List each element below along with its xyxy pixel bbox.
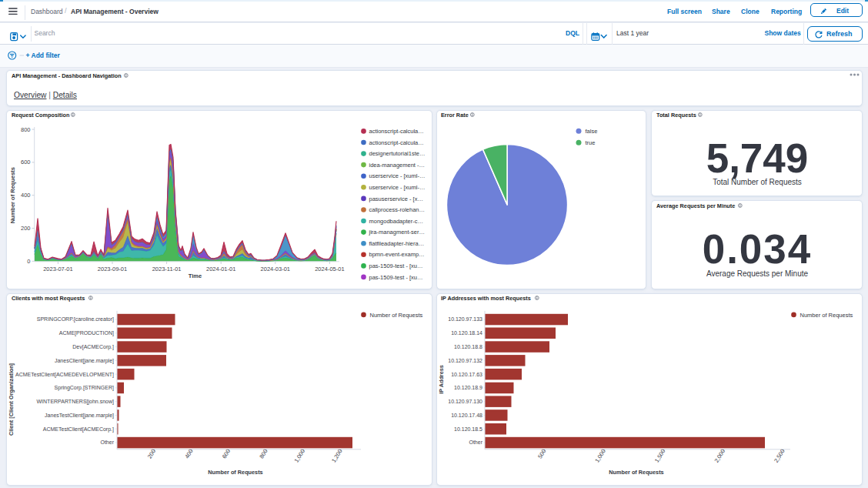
- svg-text:Number of Requests: Number of Requests: [800, 311, 853, 318]
- svg-text:2024-05-01: 2024-05-01: [315, 265, 344, 272]
- svg-text:10.120.18.8: 10.120.18.8: [454, 344, 482, 349]
- svg-text:userservice - [xuml-…: userservice - [xuml-…: [369, 172, 426, 179]
- svg-text:400: 400: [21, 192, 31, 199]
- svg-text:10.120.18.5: 10.120.18.5: [454, 426, 482, 431]
- svg-text:2,500: 2,500: [773, 447, 786, 463]
- svg-text:mongodbadapter-c…: mongodbadapter-c…: [369, 217, 423, 224]
- svg-text:1,000: 1,000: [293, 447, 307, 463]
- svg-text:1,500: 1,500: [653, 447, 666, 463]
- svg-text:Number of Requests: Number of Requests: [9, 167, 16, 223]
- svg-text:true: true: [585, 139, 595, 145]
- svg-text:800: 800: [21, 125, 31, 132]
- svg-text:2,000: 2,000: [713, 447, 726, 463]
- svg-text:Other: Other: [469, 440, 482, 445]
- svg-text:ACMETestClient[ACMEDEVELOPMENT: ACMETestClient[ACMEDEVELOPMENT]: [15, 371, 114, 377]
- svg-text:10.120.97.133: 10.120.97.133: [448, 316, 482, 322]
- svg-text:false: false: [585, 127, 597, 134]
- svg-text:JanesClient[jane.marple]: JanesClient[jane.marple]: [55, 357, 114, 363]
- svg-text:bpmn-event-examp…: bpmn-event-examp…: [369, 251, 425, 258]
- svg-text:actionscript-calcula…: actionscript-calcula…: [369, 139, 424, 145]
- svg-text:2023-07-01: 2023-07-01: [43, 265, 72, 272]
- svg-text:flatfileadapter-hiera…: flatfileadapter-hiera…: [369, 239, 425, 246]
- svg-text:Dev[ACMECorp.]: Dev[ACMECorp.]: [72, 344, 114, 350]
- svg-text:10.120.18.14: 10.120.18.14: [451, 330, 482, 336]
- svg-text:API Management - Dashboard Nav: API Management - Dashboard Navigation: [12, 72, 122, 79]
- svg-text:callprocess-rolehan…: callprocess-rolehan…: [369, 206, 426, 213]
- svg-text:Average Requests per Minute: Average Requests per Minute: [656, 202, 735, 209]
- svg-text:0: 0: [27, 257, 30, 264]
- svg-text:ACME[PRODUCTION]: ACME[PRODUCTION]: [59, 330, 114, 336]
- svg-text:10.120.97.132: 10.120.97.132: [448, 357, 482, 363]
- svg-text:10.120.17.63: 10.120.17.63: [451, 371, 482, 376]
- svg-text:1,000: 1,000: [593, 447, 607, 463]
- svg-text:10.120.18.9: 10.120.18.9: [454, 385, 482, 390]
- svg-text:2023-09-01: 2023-09-01: [98, 265, 127, 272]
- svg-text:1,200: 1,200: [330, 447, 344, 463]
- svg-text:2023-11-01: 2023-11-01: [152, 265, 182, 272]
- svg-text:actionscript-calcula…: actionscript-calcula…: [369, 128, 424, 135]
- svg-text:ACMETestClient[ACMECorp.]: ACMETestClient[ACMECorp.]: [43, 426, 114, 432]
- svg-text:userservice - [xuml-…: userservice - [xuml-…: [369, 183, 426, 190]
- svg-text:Number of Requests: Number of Requests: [370, 311, 423, 318]
- svg-text:Client [Client Organization]: Client [Client Organization]: [8, 363, 15, 436]
- svg-text:10.120.17.48: 10.120.17.48: [451, 412, 482, 417]
- svg-text:WINTERPARTNERS[john.snow]: WINTERPARTNERS[john.snow]: [37, 399, 115, 405]
- svg-text:JanesTestClient[jane.marple]: JanesTestClient[jane.marple]: [45, 412, 114, 418]
- svg-text:Other: Other: [100, 440, 114, 445]
- svg-text:pas-1509-test - [xu…: pas-1509-test - [xu…: [369, 262, 423, 269]
- svg-text:jira-managment-ser…: jira-managment-ser…: [369, 229, 426, 236]
- svg-text:designertutorial1ste…: designertutorial1ste…: [369, 150, 426, 157]
- svg-text:200: 200: [21, 225, 31, 232]
- svg-text:pasuserservice - [x…: pasuserservice - [x…: [369, 195, 423, 202]
- svg-text:IP Address: IP Address: [438, 365, 445, 394]
- svg-text:pas-1509-test - [xu…: pas-1509-test - [xu…: [369, 273, 423, 280]
- svg-text:Total Requests: Total Requests: [656, 112, 696, 119]
- svg-text:2024-03-01: 2024-03-01: [261, 265, 290, 272]
- svg-text:10.120.97.130: 10.120.97.130: [448, 399, 482, 404]
- svg-text:2024-01-01: 2024-01-01: [206, 265, 235, 272]
- svg-text:SpringCorp.[STRINGER]: SpringCorp.[STRINGER]: [55, 385, 114, 391]
- svg-text:Time: Time: [189, 272, 202, 279]
- svg-text:SPRINGCORP.[caroline.creator]: SPRINGCORP.[caroline.creator]: [37, 316, 114, 323]
- svg-text:600: 600: [21, 159, 31, 165]
- svg-text:Number of Requests: Number of Requests: [208, 469, 262, 476]
- svg-text:Number of Requests: Number of Requests: [609, 469, 663, 476]
- svg-text:idea-management -…: idea-management -…: [369, 161, 426, 168]
